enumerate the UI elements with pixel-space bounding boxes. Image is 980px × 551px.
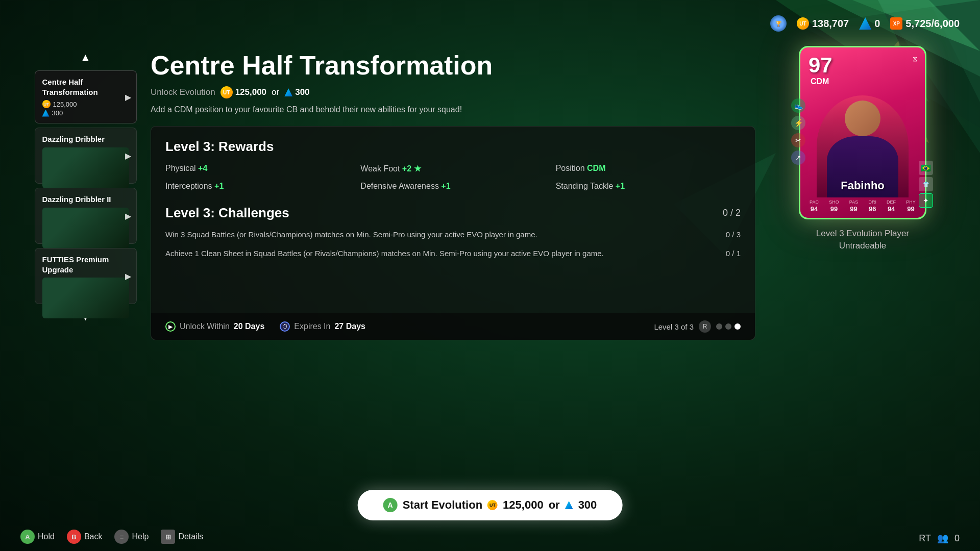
expires-in-value: 27 Days [334,322,365,331]
level-dot-2 [725,323,731,330]
main-content: Centre Half Transformation Unlock Evolut… [151,51,755,340]
player-card: ⧖ 97 CDM 👟 ⚡ ✂ ↗ Fabinho PAC 94 SHO [799,46,926,219]
help-label: Help [132,532,149,541]
challenge-1-progress: 0 / 3 [726,229,741,239]
challenge-2-progress: 0 / 1 [726,248,741,258]
player-label-line2: Untradeable [839,241,887,251]
sidebar-item-centre-half[interactable]: Centre Half Transformation UT 125,000 30… [35,70,137,123]
challenge-1-text: Win 3 Squad Battles (or Rivals/Champions… [165,229,726,241]
reward-physical-value: +4 [198,164,207,172]
sidebar-item-arrow: ▶ [125,92,131,102]
sidebar-up-arrow[interactable]: ▲ [80,51,91,64]
stat-label-phy: PHY [906,199,916,205]
sidebar: ▲ Centre Half Transformation UT 125,000 … [31,51,140,323]
sidebar-item-thumb-1 [42,147,129,188]
unlock-timer-icon: ▶ [165,321,176,332]
rt-label: RT [919,533,931,544]
start-btn-a-icon: A [383,498,398,512]
menu-button[interactable]: ≡ [114,530,129,544]
challenges-section: Level 3: Challenges 0 / 2 Win 3 Squad Ba… [165,205,741,259]
card-badges: 🇧🇷 👕 ✦ [919,161,933,208]
sidebar-coins-value: 125,000 [53,101,77,108]
expires-icon: ⏱ [280,321,290,332]
sidebar-item-arrow-3: ▶ [125,211,131,221]
unlock-tokens-value: 300 [295,87,309,97]
unlock-within-item: ▶ Unlock Within 20 Days [165,321,264,332]
sidebar-item-dazzling-title: Dazzling Dribbler [42,134,129,144]
stat-value-phy: 99 [907,205,914,213]
xp-display: XP 5,725/6,000 [890,17,960,30]
square-button[interactable]: ⊞ [161,530,175,544]
stat-label-def: DEF [887,199,896,205]
xp-icon: XP [890,17,902,30]
stat-value-def: 94 [888,205,895,213]
reward-standing-tackle-label: Standing Tackle [556,182,616,190]
unlock-row: Unlock Evolution UT 125,000 or 300 [151,86,755,98]
page-title: Centre Half Transformation [151,51,755,80]
stat-label-dri: DRI [868,199,876,205]
reward-standing-tackle: Standing Tackle +1 [556,182,741,191]
reward-def-awareness-value: +1 [441,182,450,190]
unlock-within-value: 20 Days [234,322,265,331]
sidebar-item-thumb-2 [42,208,129,248]
team-icon: 🏆 [770,15,787,32]
rewards-grid: Physical +4 Weak Foot +2 ★ Position CDM … [165,164,741,191]
control-help: ≡ Help [114,530,149,544]
reward-interceptions-value: +1 [214,182,224,190]
level-prev-btn[interactable]: R [699,320,711,333]
player-label-line1: Level 3 Evolution Player [816,229,909,238]
stat-label-sho: SHO [829,199,839,205]
reward-weak-foot: Weak Foot +2 ★ [360,164,545,173]
level-label: Level 3 of 3 [654,322,694,331]
start-coins-value: 125,000 [503,498,544,512]
reward-weak-foot-label: Weak Foot [360,164,402,173]
card-stat-phy: PHY 99 [906,199,916,213]
flag-arrow: ↗ [791,151,805,165]
bottom-controls: A Hold B Back ≡ Help ⊞ Details [20,530,203,544]
reward-def-awareness: Defensive Awareness +1 [360,182,545,191]
player-card-label: Level 3 Evolution Player Untradeable [816,228,909,252]
stat-label-pas: PAS [849,199,858,205]
badge-special: ✦ [919,193,933,208]
start-tokens-value: 300 [578,498,597,512]
b-button[interactable]: B [67,530,81,544]
challenge-2-text: Achieve 1 Clean Sheet in Squad Battles (… [165,248,726,260]
flag-boot: 👟 [791,98,805,113]
challenges-title: Level 3: Challenges [165,205,289,221]
sidebar-item-dazzling-dribbler-2[interactable]: Dazzling Dribbler II ▶ [35,188,137,244]
thumb-deco-3 [42,278,129,318]
sidebar-item-futties[interactable]: FUTTIES Premium Upgrade ▶ [35,248,137,304]
sidebar-item-centre-half-cost: UT 125,000 300 [42,100,129,117]
a-button[interactable]: A [20,530,35,544]
sidebar-item-arrow-2: ▶ [125,151,131,161]
sidebar-cost-tokens: 300 [42,109,129,117]
player-area: ⧖ 97 CDM 👟 ⚡ ✂ ↗ Fabinho PAC 94 SHO [761,46,965,252]
reward-interceptions: Interceptions +1 [165,182,350,191]
flag-skill: ⚡ [791,116,805,130]
start-token-icon [565,501,573,509]
flag-marker: ✂ [791,133,805,147]
stat-value-pac: 94 [811,205,818,213]
unlock-label: Unlock Evolution [151,87,215,97]
sidebar-tokens-value: 300 [52,109,63,117]
reward-weak-foot-value: +2 ★ [402,164,421,173]
reward-def-awareness-label: Defensive Awareness [360,182,441,190]
challenge-row-1: Win 3 Squad Battles (or Rivals/Champions… [165,229,741,241]
reward-position: Position CDM [556,164,741,173]
start-evolution-button[interactable]: A Start Evolution UT 125,000 or 300 [358,490,623,520]
token-icon [859,17,871,30]
player-head [845,101,880,136]
xp-value: 5,725/6,000 [905,18,960,30]
top-bar: 🏆 UT 138,707 0 XP 5,725/6,000 [770,15,960,32]
coin-icon: UT [797,17,809,30]
sidebar-item-thumb-3 [42,278,129,318]
stat-value-sho: 99 [830,205,838,213]
control-back: B Back [67,530,103,544]
sidebar-item-dazzling-dribbler[interactable]: Dazzling Dribbler ▶ [35,128,137,184]
thumb-deco-1 [42,147,129,188]
coins-display: UT 138,707 [797,17,849,30]
unlock-within-label: Unlock Within [180,322,230,331]
reward-position-label: Position [556,164,587,172]
unlock-token-icon [284,88,292,96]
control-details: ⊞ Details [161,530,203,544]
